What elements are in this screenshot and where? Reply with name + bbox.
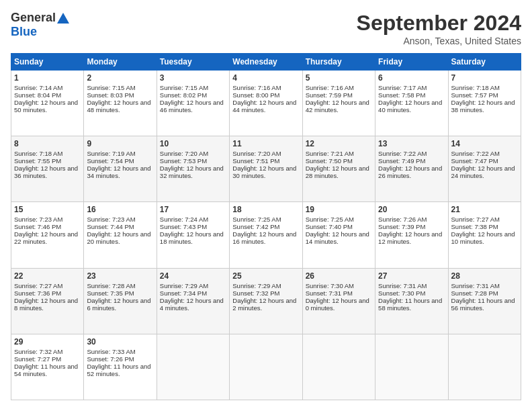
table-row: 24Sunrise: 7:29 AMSunset: 7:34 PMDayligh… <box>157 268 229 334</box>
sunset-text: Sunset: 7:35 PM <box>87 289 153 297</box>
table-row: 11Sunrise: 7:20 AMSunset: 7:51 PMDayligh… <box>230 136 302 202</box>
daylight-text: Daylight: 12 hours and 36 minutes. <box>14 165 81 179</box>
calendar-header-row: Sunday Monday Tuesday Wednesday Thursday… <box>11 54 521 71</box>
logo-icon <box>57 12 69 24</box>
sunrise-text: Sunrise: 7:23 AM <box>87 216 153 223</box>
sunrise-text: Sunrise: 7:27 AM <box>451 216 518 223</box>
sunset-text: Sunset: 7:32 PM <box>232 289 299 297</box>
sunrise-text: Sunrise: 7:16 AM <box>232 84 299 91</box>
table-row: 20Sunrise: 7:26 AMSunset: 7:39 PMDayligh… <box>375 202 448 268</box>
day-number: 17 <box>160 205 226 214</box>
day-number: 27 <box>378 271 445 281</box>
day-number: 26 <box>306 271 372 281</box>
daylight-text: Daylight: 11 hours and 52 minutes. <box>87 363 153 377</box>
col-thursday: Thursday <box>302 54 375 71</box>
sunrise-text: Sunrise: 7:22 AM <box>451 150 518 157</box>
calendar-table: Sunday Monday Tuesday Wednesday Thursday… <box>11 53 521 400</box>
table-row <box>375 334 448 400</box>
day-number: 18 <box>232 205 299 214</box>
table-row: 9Sunrise: 7:19 AMSunset: 7:54 PMDaylight… <box>84 136 157 202</box>
month-title: September 2024 <box>357 11 521 36</box>
sunset-text: Sunset: 7:34 PM <box>160 289 226 297</box>
daylight-text: Daylight: 12 hours and 14 minutes. <box>306 230 372 245</box>
daylight-text: Daylight: 12 hours and 40 minutes. <box>378 99 445 113</box>
sunrise-text: Sunrise: 7:15 AM <box>87 84 153 91</box>
sunset-text: Sunset: 7:40 PM <box>306 223 372 230</box>
daylight-text: Daylight: 12 hours and 30 minutes. <box>232 165 299 179</box>
sunset-text: Sunset: 7:30 PM <box>378 289 445 297</box>
sunrise-text: Sunrise: 7:31 AM <box>451 282 518 289</box>
daylight-text: Daylight: 12 hours and 18 minutes. <box>160 230 226 245</box>
sunset-text: Sunset: 7:55 PM <box>14 157 81 165</box>
calendar-week-row: 22Sunrise: 7:27 AMSunset: 7:36 PMDayligh… <box>11 268 521 334</box>
sunrise-text: Sunrise: 7:26 AM <box>378 216 445 223</box>
table-row: 3Sunrise: 7:15 AMSunset: 8:02 PMDaylight… <box>157 71 229 136</box>
logo-text: General <box>11 11 69 25</box>
day-number: 30 <box>87 337 153 347</box>
table-row <box>448 334 521 400</box>
sunrise-text: Sunrise: 7:22 AM <box>378 150 445 157</box>
table-row <box>157 334 229 400</box>
sunset-text: Sunset: 7:49 PM <box>378 157 445 165</box>
table-row: 19Sunrise: 7:25 AMSunset: 7:40 PMDayligh… <box>302 202 375 268</box>
table-row: 12Sunrise: 7:21 AMSunset: 7:50 PMDayligh… <box>302 136 375 202</box>
table-row: 21Sunrise: 7:27 AMSunset: 7:38 PMDayligh… <box>448 202 521 268</box>
calendar-week-row: 15Sunrise: 7:23 AMSunset: 7:46 PMDayligh… <box>11 202 521 268</box>
daylight-text: Daylight: 12 hours and 10 minutes. <box>451 230 518 245</box>
daylight-text: Daylight: 12 hours and 46 minutes. <box>160 99 226 113</box>
daylight-text: Daylight: 11 hours and 56 minutes. <box>451 297 518 312</box>
calendar-week-row: 29Sunrise: 7:32 AMSunset: 7:27 PMDayligh… <box>11 334 521 400</box>
sunset-text: Sunset: 7:38 PM <box>451 223 518 230</box>
sunrise-text: Sunrise: 7:33 AM <box>87 348 153 355</box>
calendar-week-row: 8Sunrise: 7:18 AMSunset: 7:55 PMDaylight… <box>11 136 521 202</box>
table-row: 1Sunrise: 7:14 AMSunset: 8:04 PMDaylight… <box>11 71 84 136</box>
sunset-text: Sunset: 7:50 PM <box>306 157 372 165</box>
sunset-text: Sunset: 7:46 PM <box>14 223 81 230</box>
day-number: 2 <box>87 73 153 83</box>
sunset-text: Sunset: 7:31 PM <box>306 289 372 297</box>
day-number: 28 <box>451 271 518 281</box>
sunrise-text: Sunrise: 7:14 AM <box>14 84 81 91</box>
table-row: 30Sunrise: 7:33 AMSunset: 7:26 PMDayligh… <box>84 334 157 400</box>
daylight-text: Daylight: 12 hours and 42 minutes. <box>306 99 372 113</box>
daylight-text: Daylight: 12 hours and 4 minutes. <box>160 297 226 312</box>
col-friday: Friday <box>375 54 448 71</box>
table-row: 2Sunrise: 7:15 AMSunset: 8:03 PMDaylight… <box>84 71 157 136</box>
table-row: 15Sunrise: 7:23 AMSunset: 7:46 PMDayligh… <box>11 202 84 268</box>
sunset-text: Sunset: 7:28 PM <box>451 289 518 297</box>
sunset-text: Sunset: 7:53 PM <box>160 157 226 165</box>
sunrise-text: Sunrise: 7:20 AM <box>232 150 299 157</box>
title-block: September 2024 Anson, Texas, United Stat… <box>357 11 521 46</box>
sunrise-text: Sunrise: 7:25 AM <box>306 216 372 223</box>
day-number: 12 <box>306 139 372 148</box>
sunset-text: Sunset: 8:02 PM <box>160 91 226 99</box>
sunrise-text: Sunrise: 7:24 AM <box>160 216 226 223</box>
sunset-text: Sunset: 7:39 PM <box>378 223 445 230</box>
daylight-text: Daylight: 11 hours and 54 minutes. <box>14 363 81 377</box>
sunset-text: Sunset: 7:36 PM <box>14 289 81 297</box>
day-number: 5 <box>306 73 372 83</box>
logo-general: General <box>11 11 56 25</box>
table-row: 29Sunrise: 7:32 AMSunset: 7:27 PMDayligh… <box>11 334 84 400</box>
logo: General Blue <box>11 11 69 39</box>
table-row <box>302 334 375 400</box>
day-number: 23 <box>87 271 153 281</box>
sunrise-text: Sunrise: 7:29 AM <box>160 282 226 289</box>
table-row: 27Sunrise: 7:31 AMSunset: 7:30 PMDayligh… <box>375 268 448 334</box>
table-row: 10Sunrise: 7:20 AMSunset: 7:53 PMDayligh… <box>157 136 229 202</box>
sunrise-text: Sunrise: 7:30 AM <box>306 282 372 289</box>
calendar-week-row: 1Sunrise: 7:14 AMSunset: 8:04 PMDaylight… <box>11 71 521 136</box>
day-number: 19 <box>306 205 372 214</box>
daylight-text: Daylight: 12 hours and 50 minutes. <box>14 99 81 113</box>
table-row: 18Sunrise: 7:25 AMSunset: 7:42 PMDayligh… <box>230 202 302 268</box>
col-wednesday: Wednesday <box>230 54 302 71</box>
sunrise-text: Sunrise: 7:18 AM <box>451 84 518 91</box>
daylight-text: Daylight: 11 hours and 58 minutes. <box>378 297 445 312</box>
sunrise-text: Sunrise: 7:18 AM <box>14 150 81 157</box>
sunrise-text: Sunrise: 7:27 AM <box>14 282 81 289</box>
daylight-text: Daylight: 12 hours and 28 minutes. <box>306 165 372 179</box>
sunrise-text: Sunrise: 7:17 AM <box>378 84 445 91</box>
daylight-text: Daylight: 12 hours and 8 minutes. <box>14 297 81 312</box>
day-number: 3 <box>160 73 226 83</box>
sunrise-text: Sunrise: 7:21 AM <box>306 150 372 157</box>
